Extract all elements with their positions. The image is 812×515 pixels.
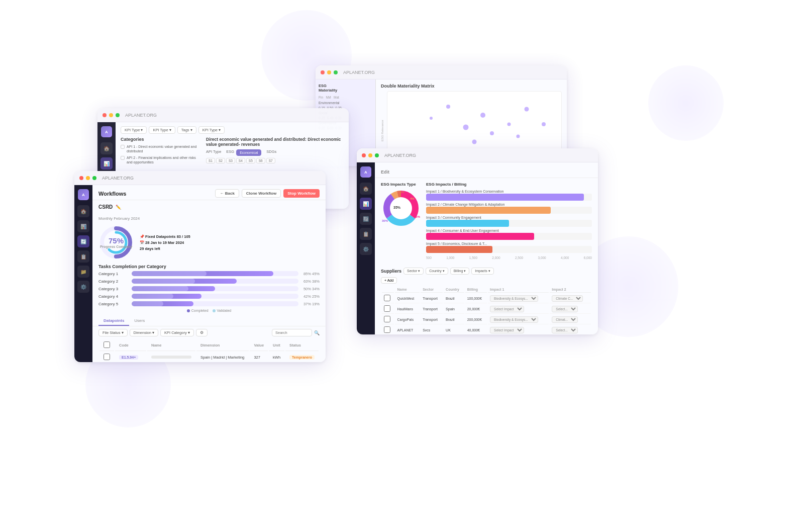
supplier-impact2-4[interactable]: Select... (552, 327, 578, 333)
bar-label-4: Impact 4 / Consumer & End-User Engagemen… (426, 229, 592, 232)
filter-kpi-category[interactable]: KPI Category ▾ (160, 329, 194, 336)
task-pcts-4: 42% 25% (301, 294, 320, 299)
supplier-impact2-1[interactable]: Climate C... (552, 295, 583, 302)
supplier-impact1-4[interactable]: Select Impact (490, 327, 524, 333)
task-fill2-2 (132, 279, 195, 284)
wf-close-btn[interactable] (79, 176, 83, 180)
donut-center: 35% (393, 206, 400, 209)
esg-title-bar: APLANET.ORG (357, 148, 598, 162)
esg-app-label: APLANET.ORG (384, 153, 416, 158)
sdg-2[interactable]: S2 (216, 158, 225, 163)
supplier-add-btn[interactable]: + Add (381, 277, 397, 284)
maximize-btn[interactable] (334, 70, 338, 74)
kpi-maximize-btn[interactable] (116, 113, 120, 117)
sdg-filters: S1 S2 S3 S4 S5 S6 S7 (206, 158, 344, 163)
filter-file-status[interactable]: File Status ▾ (98, 329, 128, 336)
legend-validated-label: Validated (217, 309, 232, 312)
supplier-check-1[interactable] (384, 295, 390, 301)
edit-icon[interactable]: ✏️ (116, 205, 121, 210)
wf-sidebar-chart[interactable]: 📊 (77, 220, 89, 232)
donut-svg (381, 188, 421, 228)
wf-minimize-btn[interactable] (86, 176, 90, 180)
wf-sidebar-reports[interactable]: 📋 (77, 250, 89, 263)
esg-chart-area: ESG Impacts Type (375, 178, 598, 265)
esg-maximize-btn[interactable] (375, 153, 379, 157)
kpi-minimize-btn[interactable] (109, 113, 113, 117)
task-bar-2 (132, 279, 298, 284)
esg-sidebar-chart[interactable]: 📊 (360, 198, 372, 210)
supplier-impact1-2[interactable]: Select Impact (490, 306, 524, 312)
tab-datapoints[interactable]: Datapoints (98, 316, 129, 326)
supplier-impact1-3[interactable]: Biodiversity & Ecosys... (490, 316, 538, 323)
kpi-filter-1[interactable]: KPI Type ▾ (121, 126, 147, 134)
col-name: Name (147, 340, 195, 351)
kpi-close-btn[interactable] (103, 113, 107, 117)
supplier-billing-2: 20,000€ (465, 304, 487, 314)
task-bar-5 (132, 301, 298, 306)
close-btn[interactable] (321, 70, 325, 74)
kpi-filters-row: KPI Type ▾ KPI Type ▾ Tags ▾ KPI Type ▾ (121, 126, 344, 134)
cat-checkbox-1[interactable] (121, 145, 125, 149)
select-all-checkbox[interactable] (104, 341, 110, 348)
supplier-impact2-3[interactable]: Climat... (552, 316, 578, 323)
sdg-1[interactable]: S1 (206, 158, 215, 163)
wf-maximize-btn[interactable] (92, 176, 96, 180)
minimize-btn[interactable] (327, 70, 331, 74)
filter-more[interactable]: ⚙ (196, 329, 208, 336)
supplier-filter-billing[interactable]: Billing ▾ (450, 268, 470, 275)
esg-sidebar-reports[interactable]: 📋 (360, 228, 372, 240)
sdg-3[interactable]: S3 (226, 158, 235, 163)
days-left: 29 days left (140, 246, 160, 251)
supplier-impact2-2[interactable]: Select... (552, 306, 578, 312)
supplier-check-4[interactable] (384, 326, 390, 333)
csrd-title: CSRD (98, 204, 113, 210)
row-checkbox-1[interactable] (104, 354, 110, 360)
esg-header: Edit (375, 162, 598, 178)
supplier-filter-impacts[interactable]: Impacts ▾ (471, 268, 493, 275)
kpi-sidebar-chart[interactable]: 📊 (100, 157, 113, 169)
scatter-dot (472, 140, 477, 144)
stop-workflow-button[interactable]: Stop Workflow (283, 189, 320, 198)
back-button[interactable]: ← Back (215, 189, 239, 198)
filter-dimension[interactable]: Dimension ▾ (130, 329, 159, 336)
wf-sidebar-files[interactable]: 📁 (77, 266, 89, 278)
esg-minimize-btn[interactable] (368, 153, 372, 157)
supplier-filter-sector[interactable]: Sector ▾ (403, 268, 424, 275)
sdg-5[interactable]: S5 (246, 158, 255, 163)
kpi-filter-3[interactable]: Tags ▾ (177, 126, 196, 134)
supplier-impact1-1[interactable]: Biodiversity & Ecosys... (490, 295, 538, 302)
esg-close-btn[interactable] (362, 153, 366, 157)
sdg-4[interactable]: S4 (236, 158, 245, 163)
supplier-billing-3: 200,000€ (465, 315, 487, 324)
task-name-1: Category 1 (98, 272, 129, 276)
wf-sidebar-workflow[interactable]: 🔄 (77, 235, 89, 247)
clone-workflow-button[interactable]: Clone Workflow (242, 189, 281, 198)
kpi-filter-4[interactable]: KPI Type ▾ (198, 126, 225, 134)
dv-filter-economical[interactable]: Economical (236, 149, 261, 156)
bar-track-3 (426, 220, 592, 227)
kpi-sidebar-home[interactable]: 🏠 (100, 142, 113, 154)
supplier-filter-country[interactable]: Country ▾ (426, 268, 448, 275)
y-axis-label: ESG Relevance (381, 91, 384, 141)
donut-section: ESG Impacts Type (381, 182, 421, 261)
wf-sidebar-home[interactable]: 🏠 (77, 205, 89, 217)
sdg-6[interactable]: S6 (256, 158, 265, 163)
tab-users[interactable]: Users (129, 316, 150, 326)
sdg-7[interactable]: S7 (266, 158, 275, 163)
supplier-check-2[interactable] (384, 305, 390, 312)
suppliers-table: Name Sector Country Billing Impact 1 Imp… (381, 286, 592, 334)
task-fill2-4 (132, 294, 173, 299)
bar-item-5: Impact 5 / Economics, Disclosure & T... (426, 242, 592, 253)
esg-sidebar-settings[interactable]: ⚙️ (360, 243, 372, 255)
dv-filters-row: API Type ESG Economical SDGs (206, 149, 344, 156)
supplier-col-billing: Billing (465, 287, 487, 293)
table-search-input[interactable] (272, 329, 312, 336)
esg-sidebar-workflow[interactable]: 🔄 (360, 213, 372, 225)
supplier-check-3[interactable] (384, 316, 390, 322)
kpi-filter-2[interactable]: KPI Type ▾ (149, 126, 175, 134)
esg-sidebar-home[interactable]: 🏠 (360, 183, 372, 195)
date-range-stat: 📅 28 Jan to 19 Mar 2024 (140, 240, 190, 245)
wf-sidebar-settings[interactable]: ⚙️ (77, 281, 89, 293)
cat-checkbox-2[interactable] (121, 156, 125, 160)
cat-text-1: API 1 - Direct economic value generated … (127, 144, 201, 153)
